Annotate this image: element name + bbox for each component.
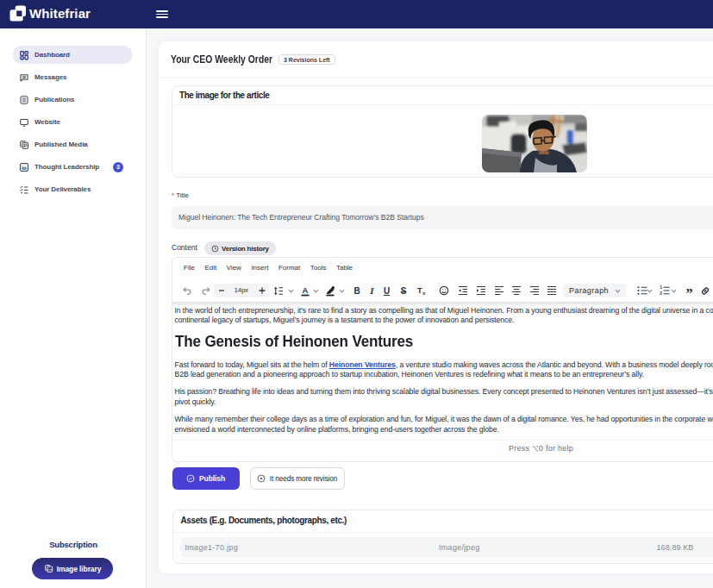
svg-text:x: x [422,291,425,296]
svg-text:1: 1 [660,285,662,290]
svg-text:in: in [22,165,27,170]
svg-text:2: 2 [660,291,662,296]
svg-text:A: A [303,285,309,295]
